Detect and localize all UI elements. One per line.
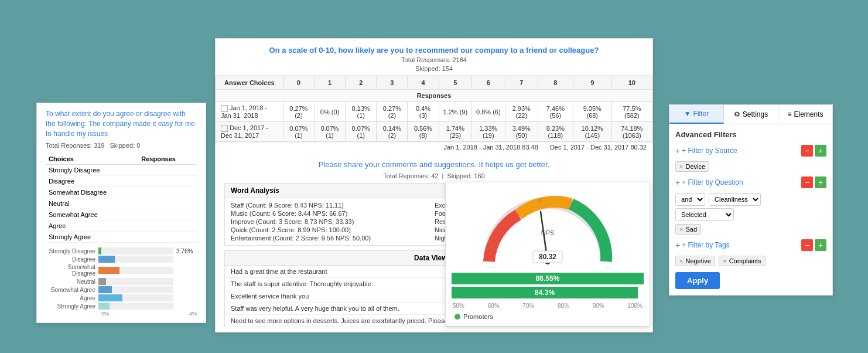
word-item: Entertainment (Count: 2 Score: 9.56 NPS:… bbox=[231, 234, 433, 242]
filter-icon: ▼ bbox=[684, 110, 691, 118]
question-remove-btn[interactable]: − bbox=[801, 176, 813, 188]
table-col-header: 0 bbox=[283, 76, 314, 90]
sad-chip: × Sad bbox=[675, 224, 701, 235]
list-item: Neutral bbox=[46, 198, 197, 209]
nps-panel: 80.32 NPS -100 0 100 86.55% 84.3% 50%60%… bbox=[445, 182, 650, 327]
table-wrapper: Answer Choices012345678910ResponsesJan 1… bbox=[216, 76, 652, 142]
sad-chip-close[interactable]: × bbox=[679, 226, 683, 233]
tags-chips-row: × Negetive × Complaints bbox=[675, 256, 826, 266]
bar-label: Strongly Disagree bbox=[46, 248, 98, 254]
filter-by-question-btn[interactable]: + + Filter by Question bbox=[675, 178, 743, 187]
nps-gauge: 80.32 NPS -100 0 100 bbox=[452, 188, 644, 270]
bar-fill bbox=[98, 303, 110, 310]
tab-settings[interactable]: ⚙ Settings bbox=[724, 105, 778, 124]
table-cell: 74.18% (1063) bbox=[611, 122, 652, 142]
svg-text:0: 0 bbox=[539, 197, 542, 203]
table-cell: 0.07% (1) bbox=[346, 122, 377, 142]
table-cell: 3.49% (50) bbox=[505, 122, 538, 142]
table-col-header: 9 bbox=[573, 76, 611, 90]
list-item: Strongly Disagree bbox=[46, 165, 197, 176]
bar-fill bbox=[98, 247, 101, 254]
table-cell: 77.5% (582) bbox=[611, 102, 652, 122]
table-row: Jan 1, 2018 - Jan 31, 20180.27% (2)0% (0… bbox=[216, 102, 652, 122]
word-item: Music (Count: 6 Score: 8.44 NPS: 66.67) bbox=[231, 209, 433, 218]
word-analysis-left: Staff (Count: 9 Score: 8.43 NPS: 11.11)M… bbox=[231, 201, 433, 242]
table-cell: 0.56% (8) bbox=[408, 122, 439, 142]
table-col-header: 5 bbox=[439, 76, 471, 90]
device-chip-close[interactable]: × bbox=[679, 163, 683, 170]
tab-elements[interactable]: ≡ Elements bbox=[778, 105, 832, 124]
table-cell: 1.74% (25) bbox=[439, 122, 471, 142]
table-col-header: 8 bbox=[538, 76, 573, 90]
choices-header: Choices bbox=[46, 154, 138, 165]
gear-icon: ⚙ bbox=[734, 110, 740, 118]
table-cell: 0.07% (1) bbox=[283, 122, 314, 142]
negative-chip-close[interactable]: × bbox=[679, 257, 683, 264]
selected-select[interactable]: Selected bbox=[675, 208, 734, 221]
table-cell: 0% (0) bbox=[314, 102, 345, 122]
tab-filter[interactable]: ▼ Filter bbox=[669, 105, 724, 124]
tags-add-btn[interactable]: + bbox=[815, 239, 826, 251]
filter-tags-section: + + Filter by Tags − + × Negetive × Comp… bbox=[675, 239, 826, 266]
complaints-chip-close[interactable]: × bbox=[723, 257, 726, 264]
list-item: Strongly Agree bbox=[46, 232, 197, 243]
choice-label: Strongly Disagree bbox=[46, 165, 138, 176]
table-col-header: 7 bbox=[505, 76, 538, 90]
choice-value bbox=[138, 187, 197, 198]
main-skipped: Skipped: 154 bbox=[224, 65, 644, 72]
svg-text:NPS: NPS bbox=[541, 229, 555, 236]
promoters-dot bbox=[454, 314, 460, 320]
right-tabs: ▼ Filter ⚙ Settings ≡ Elements bbox=[669, 105, 832, 124]
main-header: On a scale of 0-10, how likely are you t… bbox=[216, 39, 652, 76]
table-date-cell: Jan 1, 2018 - Jan 31, 2018 bbox=[216, 102, 283, 122]
filter-tags-row: + + Filter by Tags − + bbox=[675, 239, 826, 251]
table-cell: 2.93% (22) bbox=[505, 102, 538, 122]
word-item: Staff (Count: 9 Score: 8.43 NPS: 11.11) bbox=[231, 201, 433, 209]
bar-container bbox=[98, 256, 173, 263]
word-item: Improve (Count: 3 Score: 8.73 NPS: 33.33… bbox=[231, 218, 433, 226]
bar-label: Neutral bbox=[46, 279, 98, 285]
table-date-cell: Dec 1, 2017 - Dec 31, 2017 bbox=[216, 122, 283, 142]
plus-icon-t: + bbox=[675, 240, 680, 250]
bar-scale: 0% 4% bbox=[46, 311, 197, 317]
summary-row: Jan 1, 2018 - Jan 31, 2018 83.48 bbox=[443, 144, 538, 151]
responses-header: Responses bbox=[138, 154, 197, 165]
source-add-btn[interactable]: + bbox=[815, 145, 826, 157]
choice-label: Somewhat Agree bbox=[46, 209, 138, 220]
bar-container bbox=[98, 278, 173, 285]
tags-remove-btn[interactable]: − bbox=[801, 239, 813, 251]
table-col-header: 4 bbox=[408, 76, 439, 90]
table-cell: 0.27% (2) bbox=[377, 102, 408, 122]
bar-label: Agree bbox=[46, 295, 98, 301]
cleanliness-select[interactable]: Cleanliness bbox=[709, 193, 761, 206]
choice-value bbox=[138, 165, 197, 176]
table-row: Dec 1, 2017 - Dec 31, 20170.07% (1)0.07%… bbox=[216, 122, 652, 142]
filter-by-source-btn[interactable]: + + Filter by Source bbox=[675, 146, 737, 155]
bar-fill bbox=[98, 294, 122, 301]
bar-fill bbox=[98, 278, 106, 285]
table-cell: 1.33% (19) bbox=[472, 122, 505, 142]
left-panel: To what extent do you agree or disagree … bbox=[36, 103, 206, 323]
choice-label: Neutral bbox=[46, 198, 138, 209]
nps-bar-2: 84.3% bbox=[452, 287, 644, 298]
bar-row: Somewhat Agree bbox=[46, 286, 197, 293]
table-col-header: 10 bbox=[611, 76, 652, 90]
list-item: Somewhat Agree bbox=[46, 209, 197, 220]
plus-icon-q: + bbox=[675, 178, 680, 187]
table-cell: 0.4% (3) bbox=[408, 102, 439, 122]
source-remove-btn[interactable]: − bbox=[801, 145, 813, 157]
table-sub-header: Responses bbox=[216, 90, 652, 102]
question-add-btn[interactable]: + bbox=[815, 176, 826, 188]
word-item: Quick (Count: 2 Score: 8.99 NPS: 100.00) bbox=[231, 226, 433, 234]
table-cell: 10.12% (145) bbox=[573, 122, 611, 142]
filter-by-tags-btn[interactable]: + + Filter by Tags bbox=[675, 240, 730, 250]
left-question: To what extent do you agree or disagree … bbox=[46, 109, 197, 138]
list-item: Somewhat Disagree bbox=[46, 187, 197, 198]
and-select[interactable]: and or bbox=[675, 193, 705, 206]
choice-value bbox=[138, 209, 197, 220]
choice-value bbox=[138, 198, 197, 209]
apply-button[interactable]: Apply bbox=[675, 272, 720, 289]
choice-label: Somewhat Disagree bbox=[46, 187, 138, 198]
plus-icon: + bbox=[675, 146, 680, 155]
summary-rows: Jan 1, 2018 - Jan 31, 2018 83.48Dec 1, 2… bbox=[216, 142, 652, 152]
